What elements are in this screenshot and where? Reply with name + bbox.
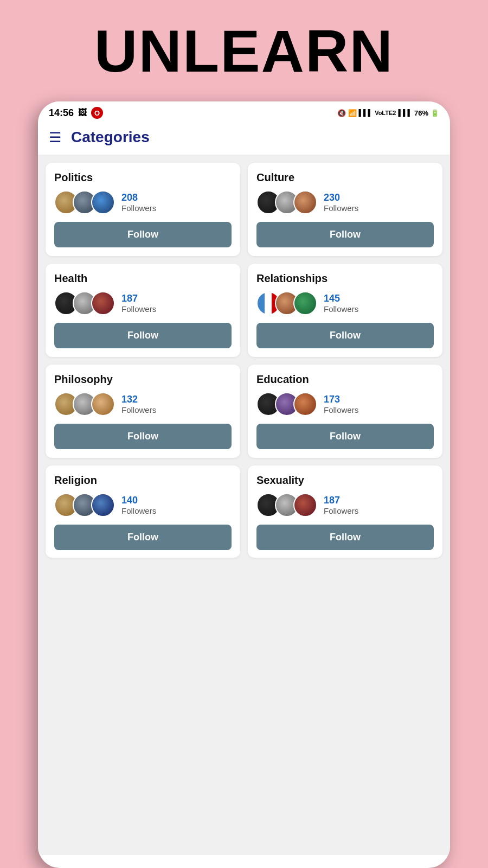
category-card-politics: Politics 208 Followers Follow [46,163,240,256]
followers-count-culture: 230 [324,192,358,203]
followers-count-religion: 140 [121,495,156,506]
status-time: 14:56 [49,107,74,119]
follow-button-education[interactable]: Follow [256,424,434,449]
followers-info-sexuality: 187 Followers [324,495,358,515]
followers-row-education: 173 Followers [256,392,434,416]
followers-info-relationships: 145 Followers [324,293,358,314]
category-name-politics: Politics [54,171,232,184]
category-name-culture: Culture [256,171,434,184]
avatar [91,190,115,214]
followers-info-education: 173 Followers [324,394,358,414]
avatar-group-politics [54,190,115,214]
followers-count-health: 187 [121,293,156,304]
wifi-icon: 📶 [348,109,357,117]
battery-icon: 🔋 [431,109,439,117]
battery-percent: 76% [414,109,428,117]
photo-icon: 🖼 [78,108,87,118]
followers-row-philosophy: 132 Followers [54,392,232,416]
content-area: Politics 208 Followers Follow Culture 23… [38,155,450,855]
avatar-group-sexuality [256,493,317,517]
categories-grid: Politics 208 Followers Follow Culture 23… [46,163,442,558]
avatar-group-health [54,291,115,315]
followers-info-health: 187 Followers [121,293,156,314]
menu-icon[interactable]: ☰ [49,129,61,146]
notification-icon: O [91,107,103,119]
avatar-group-philosophy [54,392,115,416]
category-name-relationships: Relationships [256,272,434,285]
followers-row-religion: 140 Followers [54,493,232,517]
followers-row-relationships: 145 Followers [256,291,434,315]
category-name-sexuality: Sexuality [256,474,434,487]
followers-label-health: Followers [121,304,156,314]
category-card-culture: Culture 230 Followers Follow [248,163,442,256]
lte-label: VoLTE2 [375,110,396,116]
category-card-relationships: Relationships 145 Followers Follow [248,264,442,357]
avatar [91,291,115,315]
follow-button-relationships[interactable]: Follow [256,323,434,348]
avatar [293,493,317,517]
status-bar: 14:56 🖼 O 🔇 📶 ▌▌▌ VoLTE2 ▌▌▌ 76% 🔋 [38,101,450,122]
followers-count-politics: 208 [121,192,156,203]
followers-row-sexuality: 187 Followers [256,493,434,517]
avatar-group-religion [54,493,115,517]
followers-row-health: 187 Followers [54,291,232,315]
signal2-icon: ▌▌▌ [398,109,412,117]
followers-count-philosophy: 132 [121,394,156,405]
phone-wrapper: 14:56 🖼 O 🔇 📶 ▌▌▌ VoLTE2 ▌▌▌ 76% 🔋 ☰ Cat… [38,101,450,868]
followers-label-sexuality: Followers [324,506,358,515]
follow-button-health[interactable]: Follow [54,323,232,348]
followers-label-culture: Followers [324,203,358,213]
follow-button-politics[interactable]: Follow [54,222,232,247]
follow-button-philosophy[interactable]: Follow [54,424,232,449]
follow-button-religion[interactable]: Follow [54,525,232,550]
followers-row-culture: 230 Followers [256,190,434,214]
category-name-philosophy: Philosophy [54,373,232,386]
category-name-health: Health [54,272,232,285]
avatar [293,291,317,315]
avatar-group-culture [256,190,317,214]
category-card-health: Health 187 Followers Follow [46,264,240,357]
followers-row-politics: 208 Followers [54,190,232,214]
signal-icon: ▌▌▌ [359,109,373,117]
followers-info-religion: 140 Followers [121,495,156,515]
followers-info-politics: 208 Followers [121,192,156,213]
avatar [293,190,317,214]
mute-icon: 🔇 [337,109,346,117]
category-name-education: Education [256,373,434,386]
followers-label-religion: Followers [121,506,156,515]
category-card-sexuality: Sexuality 187 Followers Follow [248,465,442,558]
category-card-philosophy: Philosophy 132 Followers Follow [46,365,240,458]
app-title: UNLEARN [94,16,394,85]
followers-label-philosophy: Followers [121,405,156,414]
followers-count-relationships: 145 [324,293,358,304]
follow-button-culture[interactable]: Follow [256,222,434,247]
avatar-group-education [256,392,317,416]
followers-label-education: Followers [324,405,358,414]
followers-info-culture: 230 Followers [324,192,358,213]
page-title: Categories [71,129,150,146]
followers-count-sexuality: 187 [324,495,358,506]
followers-count-education: 173 [324,394,358,405]
header: ☰ Categories [38,122,450,155]
followers-info-philosophy: 132 Followers [121,394,156,414]
follow-button-sexuality[interactable]: Follow [256,525,434,550]
category-card-religion: Religion 140 Followers Follow [46,465,240,558]
category-card-education: Education 173 Followers Follow [248,365,442,458]
followers-label-politics: Followers [121,203,156,213]
followers-label-relationships: Followers [324,304,358,314]
avatar-group-relationships [256,291,317,315]
avatar [91,392,115,416]
avatar [293,392,317,416]
avatar [91,493,115,517]
category-name-religion: Religion [54,474,232,487]
